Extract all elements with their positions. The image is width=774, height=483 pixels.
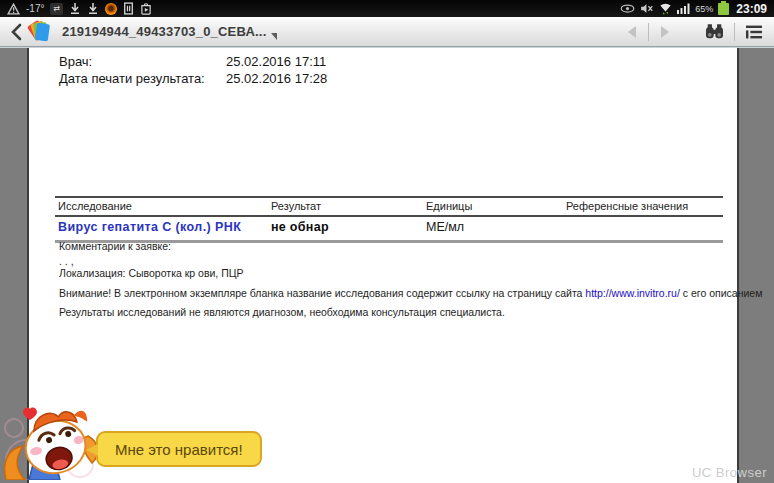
toolbar-actions	[625, 23, 764, 41]
document-title[interactable]: 219194944_49433703_0_СЕВА...	[62, 24, 266, 39]
battery-percent-label: 65%	[695, 4, 713, 14]
status-bar: -17° ⇄ 65%	[0, 0, 774, 17]
test-reference	[563, 220, 723, 234]
temperature-indicator: -17°	[26, 3, 44, 14]
bubble-text: Мне это нравится!	[115, 441, 243, 458]
column-header-reference: Референсные значения	[563, 200, 723, 212]
next-page-button[interactable]	[658, 24, 672, 40]
heart-icon	[23, 408, 37, 420]
smart-stay-eye-icon	[620, 4, 635, 13]
results-table-header: Исследование Результат Единицы Референсн…	[55, 198, 723, 217]
play-store-icon	[140, 2, 152, 15]
document-toolbar: 219194944_49433703_0_СЕВА...	[0, 17, 774, 47]
uc-browser-icon	[105, 3, 117, 15]
screen-rotation-icon: ⇄	[50, 3, 63, 15]
prev-arrow-icon	[628, 26, 636, 38]
title-dropdown-caret-icon[interactable]	[271, 33, 277, 40]
sim-toolkit-icon	[123, 2, 134, 15]
status-bar-right: 65% 23:09	[620, 2, 767, 16]
meta-label: Дата печати результата:	[59, 71, 226, 88]
search-button[interactable]	[704, 23, 725, 40]
comment-line: Локализация: Сыворотка кр ови, ПЦР	[59, 267, 244, 279]
download-icon	[69, 2, 81, 15]
meta-label: Врач:	[59, 54, 226, 71]
results-table: Исследование Результат Единицы Референсн…	[55, 196, 723, 243]
toolbar-separator	[648, 23, 649, 41]
clock: 23:09	[736, 2, 767, 16]
signal-strength-icon	[677, 3, 690, 14]
test-result: не обнар	[268, 220, 423, 234]
like-toast-bubble[interactable]: Мне это нравится!	[96, 431, 262, 467]
meta-row: Дата печати результата: 25.02.2016 17:28	[59, 71, 327, 88]
column-header-result: Результат	[268, 200, 423, 212]
meta-value: 25.02.2016 17:11	[226, 54, 326, 71]
outline-menu-icon	[744, 24, 764, 40]
notice-text: с его описанием	[680, 287, 762, 299]
comments-title: Комментарии к заявке:	[59, 240, 171, 252]
comment-line: . . ,	[59, 255, 74, 267]
screen: -17° ⇄ 65%	[0, 0, 774, 483]
toolbar-separator	[734, 23, 735, 41]
document-viewer[interactable]: Врач: 25.02.2016 17:11 Дата печати резул…	[0, 46, 774, 483]
meta-row: Врач: 25.02.2016 17:11	[59, 54, 327, 71]
document-pages-icon	[30, 20, 54, 44]
outline-menu-button[interactable]	[744, 24, 764, 40]
back-chevron-icon	[13, 25, 20, 39]
mute-icon	[640, 3, 654, 14]
uc-browser-watermark: UC Browser	[692, 465, 767, 480]
column-header-units: Единицы	[423, 200, 563, 212]
comment-line: Результаты исследований не являются диаг…	[59, 306, 505, 318]
binoculars-search-icon	[704, 23, 725, 40]
prev-page-button[interactable]	[625, 24, 639, 40]
test-units: МЕ/мл	[423, 220, 563, 234]
test-name-link[interactable]: Вирус гепатита С (кол.) РНК	[55, 220, 268, 234]
bubble-tail	[86, 444, 98, 456]
back-button[interactable]	[10, 23, 22, 41]
document-page: Врач: 25.02.2016 17:11 Дата печати резул…	[27, 48, 739, 483]
comment-line: Внимание! В электронном экземпляре бланк…	[59, 287, 762, 299]
report-meta: Врач: 25.02.2016 17:11 Дата печати резул…	[59, 54, 327, 88]
next-arrow-icon	[661, 26, 669, 38]
notice-text: Внимание! В электронном экземпляре бланк…	[59, 287, 585, 299]
invitro-link[interactable]: http://www.invitro.ru/	[585, 287, 680, 299]
wifi-icon	[659, 3, 672, 15]
warning-icon	[7, 3, 20, 15]
column-header-test: Исследование	[55, 200, 268, 212]
battery-icon	[718, 3, 729, 15]
download-icon	[87, 2, 99, 15]
meta-value: 25.02.2016 17:28	[226, 71, 327, 88]
